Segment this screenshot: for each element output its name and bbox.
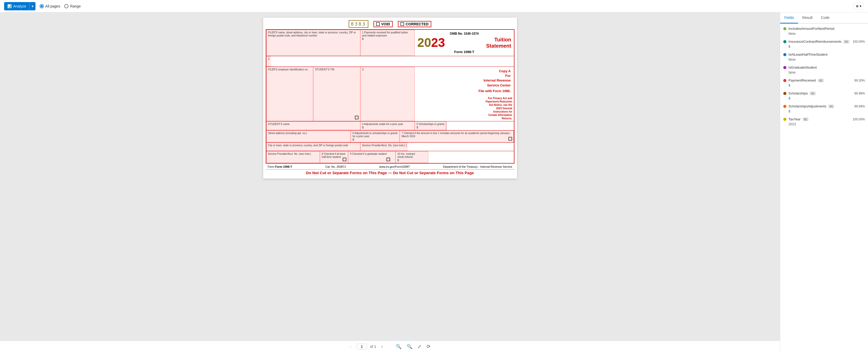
- box10-dollar: $: [397, 159, 426, 162]
- document-canvas[interactable]: 8383 VOID CORRECTED: [0, 12, 780, 341]
- filer-ein-cell: FILER'S employer identification no.: [266, 67, 313, 121]
- field-badge-1: #1: [843, 40, 849, 43]
- field-value-6: $: [788, 109, 865, 113]
- field-badge-7: #1: [803, 118, 808, 121]
- fit-button[interactable]: ⤢: [416, 343, 423, 350]
- omb-label: OMB No. 1545-1574: [417, 32, 511, 35]
- all-pages-radio[interactable]: [40, 4, 44, 8]
- student-name-cell: STUDENT'S name: [266, 121, 360, 130]
- box3-label: 3: [362, 68, 413, 71]
- service-label: Service Provider/Acct. No. (see instr.): [362, 144, 405, 147]
- form-row-2: FILER'S employer identification no. STUD…: [266, 67, 514, 121]
- tin-checkbox: [355, 116, 359, 120]
- form-footer: Form Form 1098-T Cat. No. 25087J www.irs…: [266, 164, 515, 169]
- prev-icon: ‹: [350, 344, 351, 349]
- range-option[interactable]: Range: [64, 4, 81, 8]
- tab-code[interactable]: Code: [817, 12, 834, 24]
- year-23: 23: [431, 36, 445, 50]
- do-not-cut: Do Not Cut or Separate Forms on This Pag…: [266, 169, 515, 176]
- field-name-6[interactable]: ScholarshipsAdjustments: [788, 104, 826, 108]
- layers-icon: ⊕: [856, 4, 859, 8]
- prev-page-button[interactable]: ‹: [348, 343, 353, 350]
- analyze-dropdown-arrow[interactable]: ▾: [30, 2, 35, 10]
- field-name-5[interactable]: Scholarships: [788, 91, 808, 95]
- layers-button[interactable]: ⊕ ▾: [854, 3, 864, 9]
- field-value-7: 2023: [788, 122, 865, 126]
- field-item-includesamountfornextperiod: IncludesAmountForNextPeriodfalse: [783, 27, 865, 35]
- field-dot-2: [783, 53, 786, 56]
- copy-a-cell: Copy A For Internal Revenue Service Cent…: [415, 67, 514, 121]
- next-page-button[interactable]: ›: [379, 343, 385, 350]
- field-name-0[interactable]: IncludesAmountForNextPeriod: [788, 27, 834, 31]
- student-tin-cell: STUDENT'S TIN: [313, 67, 360, 121]
- zoom-in-icon: 🔍: [407, 344, 412, 349]
- main-content: 8383 VOID CORRECTED: [0, 12, 868, 352]
- box4-label: 4 Adjustments made for a prior year: [362, 123, 413, 126]
- field-name-4[interactable]: PaymentReceived: [788, 78, 816, 82]
- field-confidence-7: 100.00%: [853, 118, 865, 121]
- barcode: 8383: [349, 20, 368, 28]
- form-grid: FILER'S name, street address, city or to…: [266, 29, 515, 164]
- copy-section: Copy A For Internal Revenue Service Cent…: [416, 68, 512, 94]
- box5-cell: 5 Scholarships or grants $: [415, 121, 446, 130]
- field-name-1[interactable]: InsuranceContractReimbursements: [788, 40, 841, 43]
- tab-result[interactable]: Result: [798, 12, 817, 24]
- form-row-1b: 2: [266, 56, 514, 67]
- box1-dollar: $: [362, 37, 413, 40]
- street-label: Street address (including apt. no.): [268, 132, 349, 135]
- field-header-4: PaymentReceived#199.30%: [783, 78, 865, 82]
- box10-label: 10 Ins. contract reimb./refund: [397, 153, 426, 159]
- document-page: 8383 VOID CORRECTED: [263, 18, 517, 179]
- void-checkbox: [376, 22, 380, 26]
- field-item-insurancecontractreimbursements: InsuranceContractReimbursements#1100.00%…: [783, 40, 865, 49]
- box1-cell: 1 Payments received for qualified tuitio…: [360, 30, 415, 56]
- footer-url: www.irs.gov/Form1098T: [379, 165, 410, 168]
- analyze-main[interactable]: 📊 Analyze: [4, 2, 29, 10]
- box10-cell: 10 Ins. contract reimb./refund $: [396, 151, 428, 163]
- field-badge-4: #1: [818, 79, 824, 82]
- field-dot-0: [783, 27, 786, 30]
- analyze-label: Analyze: [13, 4, 26, 8]
- panel-content: IncludesAmountForNextPeriodfalseInsuranc…: [780, 24, 868, 352]
- fit-icon: ⤢: [417, 344, 422, 349]
- field-value-3: false: [788, 70, 865, 74]
- field-dot-1: [783, 40, 786, 43]
- zoom-in-button[interactable]: 🔍: [405, 343, 414, 350]
- box8-cell: 8 Checked if at least half-time student: [320, 151, 348, 163]
- zoom-out-icon: 🔍: [396, 344, 402, 349]
- box9-cell: 9 Checked if a graduate student: [348, 151, 396, 163]
- omb-section: OMB No. 1545-1574 2023 TuitionStatement: [416, 31, 512, 55]
- filer-name-label: FILER'S name, street address, city or to…: [268, 31, 359, 37]
- tab-fields[interactable]: Fields: [780, 12, 798, 24]
- field-item-scholarshipsadjustments: ScholarshipsAdjustments#199.99%$: [783, 104, 865, 113]
- range-radio[interactable]: [64, 4, 68, 8]
- rotate-button[interactable]: ⟳: [425, 343, 432, 350]
- row5-right: Service Provider/Acct. No. (see instr.): [360, 142, 408, 151]
- field-header-5: Scholarships#199.98%: [783, 91, 865, 95]
- form-title-section: TuitionStatement: [486, 36, 511, 49]
- field-badge-5: #1: [810, 92, 815, 95]
- field-name-2[interactable]: IsAtLeastHalfTimeStudent: [788, 53, 828, 57]
- field-dot-7: [783, 118, 786, 121]
- void-label: VOID: [381, 22, 390, 26]
- range-label: Range: [70, 4, 81, 8]
- all-pages-option[interactable]: All pages: [40, 4, 60, 8]
- form-top: 8383 VOID CORRECTED: [266, 20, 515, 28]
- void-box: VOID: [374, 21, 393, 27]
- field-name-7[interactable]: TaxYear: [788, 117, 801, 121]
- field-header-2: IsAtLeastHalfTimeStudent: [783, 53, 865, 57]
- footer-dept: Department of the Treasury - Internal Re…: [443, 165, 512, 168]
- page-input[interactable]: [357, 344, 367, 349]
- copy-dept: Internal Revenue Service Center: [418, 78, 510, 88]
- street-cell: Street address (including apt. no.): [266, 130, 351, 142]
- field-name-3[interactable]: IsGraduateStudent: [788, 65, 817, 69]
- page-range-options: All pages Range: [40, 4, 81, 8]
- analyze-button[interactable]: 📊 Analyze ▾: [4, 2, 35, 10]
- zoom-out-button[interactable]: 🔍: [394, 343, 403, 350]
- field-item-scholarships: Scholarships#199.98%$: [783, 91, 865, 100]
- box9-checkbox: [386, 158, 390, 162]
- tin-checkbox-sq: [355, 116, 359, 119]
- field-confidence-6: 99.99%: [854, 104, 865, 108]
- box6-dollar: $: [352, 138, 398, 141]
- form-row-5: City or town, state or province, country…: [266, 142, 514, 151]
